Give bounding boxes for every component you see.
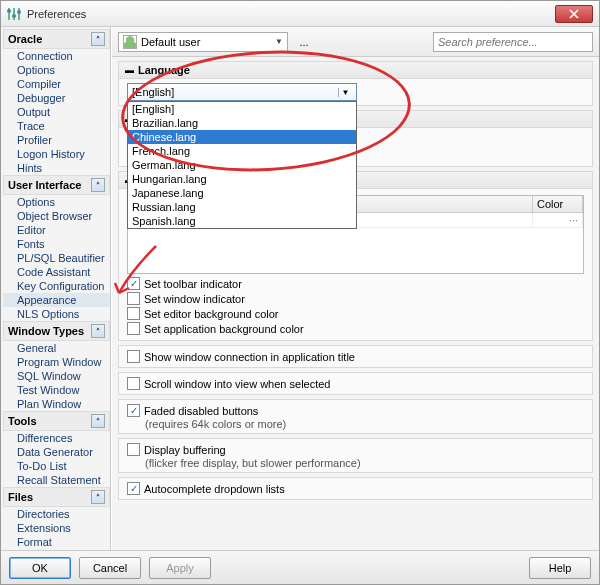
sidebar-item-options[interactable]: Options [3,195,110,209]
sidebar-item-sql-window[interactable]: SQL Window [3,369,110,383]
misc-option[interactable]: ✓Faded disabled buttons [127,403,584,418]
misc-section: ✓Faded disabled buttons(requires 64k col… [118,399,593,434]
more-button[interactable]: ... [294,35,314,49]
checkbox-label: Show window connection in application ti… [144,351,355,363]
sidebar-item-logon-history[interactable]: Logon History [3,147,110,161]
sidebar-item-key-configuration[interactable]: Key Configuration [3,279,110,293]
content-area[interactable]: ▬ Language [English] ▼ [English]Brazilia… [112,57,599,550]
sidebar-group-files[interactable]: Files˄ [3,487,110,507]
sidebar-item-code-assistant[interactable]: Code Assistant [3,265,110,279]
sidebar-item-trace[interactable]: Trace [3,119,110,133]
search-input[interactable] [433,32,593,52]
titlebar: Preferences [1,1,599,27]
checkbox-label: Set editor background color [144,308,279,320]
connection-indicator-option[interactable]: Set application background color [127,321,584,336]
sidebar-item-recall-statement[interactable]: Recall Statement [3,473,110,487]
language-section: ▬ Language [English] ▼ [English]Brazilia… [118,61,593,106]
collapse-icon[interactable]: ˄ [91,178,105,192]
language-dropdown-list: [English]Brazilian.langChinese.langFrenc… [127,101,357,229]
language-option[interactable]: French.lang [128,144,356,158]
ok-button[interactable]: OK [9,557,71,579]
sidebar-item-pl-sql-beautifier[interactable]: PL/SQL Beautifier [3,251,110,265]
language-option[interactable]: Hungarian.lang [128,172,356,186]
sidebar-item-test-window[interactable]: Test Window [3,383,110,397]
sidebar-item-debugger[interactable]: Debugger [3,91,110,105]
language-option[interactable]: Brazilian.lang [128,116,356,130]
collapse-icon[interactable]: ▬ [125,66,134,75]
sidebar-item-data-generator[interactable]: Data Generator [3,445,110,459]
misc-section: Show window connection in application ti… [118,345,593,368]
color-cell[interactable]: ··· [533,213,583,227]
misc-option[interactable]: Display buffering [127,442,584,457]
option-subtext: (requires 64k colors or more) [127,418,584,430]
sidebar-item-editor[interactable]: Editor [3,223,110,237]
sidebar-item-backup[interactable]: Backup [3,549,110,550]
checkbox-label: Set window indicator [144,293,245,305]
window-title: Preferences [27,8,555,20]
sidebar-item-hints[interactable]: Hints [3,161,110,175]
cancel-button[interactable]: Cancel [79,557,141,579]
collapse-icon[interactable]: ˄ [91,490,105,504]
sidebar-item-options[interactable]: Options [3,63,110,77]
sidebar-group-window-types[interactable]: Window Types˄ [3,321,110,341]
collapse-icon[interactable]: ˄ [91,414,105,428]
language-selected: [English] [132,86,174,98]
close-button[interactable] [555,5,593,23]
checkbox[interactable] [127,350,140,363]
language-option[interactable]: Russian.lang [128,200,356,214]
sidebar-item-profiler[interactable]: Profiler [3,133,110,147]
sidebar-group-oracle[interactable]: Oracle˄ [3,29,110,49]
sidebar-item-differences[interactable]: Differences [3,431,110,445]
connection-indicator-option[interactable]: ✓Set toolbar indicator [127,276,584,291]
sidebar-item-output[interactable]: Output [3,105,110,119]
sidebar-item-nls-options[interactable]: NLS Options [3,307,110,321]
language-option[interactable]: Spanish.lang [128,214,356,228]
main-panel: Default user ▼ ... ▬ Language [111,27,599,550]
language-combo[interactable]: [English] ▼ [English]Brazilian.langChine… [127,83,357,101]
user-dropdown[interactable]: Default user ▼ [118,32,288,52]
collapse-icon[interactable]: ˄ [91,324,105,338]
checkbox[interactable] [127,307,140,320]
sidebar-item-directories[interactable]: Directories [3,507,110,521]
language-option[interactable]: Chinese.lang [128,130,356,144]
sidebar-item-compiler[interactable]: Compiler [3,77,110,91]
sidebar-item-appearance[interactable]: Appearance [3,293,110,307]
checkbox[interactable]: ✓ [127,277,140,290]
misc-option[interactable]: ✓Autocomplete dropdown lists [127,481,584,496]
sidebar-item-to-do-list[interactable]: To-Do List [3,459,110,473]
misc-option[interactable]: Show window connection in application ti… [127,349,584,364]
preferences-window: Preferences Oracle˄ConnectionOptionsComp… [0,0,600,585]
checkbox-label: Faded disabled buttons [144,405,258,417]
checkbox[interactable] [127,377,140,390]
misc-option[interactable]: Scroll window into view when selected [127,376,584,391]
checkbox-label: Set toolbar indicator [144,278,242,290]
checkbox[interactable] [127,292,140,305]
checkbox[interactable]: ✓ [127,482,140,495]
language-option[interactable]: German.lang [128,158,356,172]
sidebar-item-connection[interactable]: Connection [3,49,110,63]
language-option[interactable]: Japanese.lang [128,186,356,200]
user-icon [123,35,137,49]
sidebar-item-fonts[interactable]: Fonts [3,237,110,251]
sidebar-item-plan-window[interactable]: Plan Window [3,397,110,411]
sidebar-item-general[interactable]: General [3,341,110,355]
sidebar-item-program-window[interactable]: Program Window [3,355,110,369]
collapse-icon[interactable]: ˄ [91,32,105,46]
checkbox[interactable] [127,322,140,335]
sidebar-item-format[interactable]: Format [3,535,110,549]
language-option[interactable]: [English] [128,102,356,116]
apply-button[interactable]: Apply [149,557,211,579]
help-button[interactable]: Help [529,557,591,579]
sidebar[interactable]: Oracle˄ConnectionOptionsCompilerDebugger… [1,27,111,550]
sidebar-group-user-interface[interactable]: User Interface˄ [3,175,110,195]
connection-indicator-option[interactable]: Set window indicator [127,291,584,306]
sidebar-group-tools[interactable]: Tools˄ [3,411,110,431]
sidebar-item-extensions[interactable]: Extensions [3,521,110,535]
toolbar: Default user ▼ ... [112,27,599,57]
checkbox[interactable]: ✓ [127,404,140,417]
sidebar-item-object-browser[interactable]: Object Browser [3,209,110,223]
svg-point-4 [12,14,16,18]
checkbox[interactable] [127,443,140,456]
connection-indicator-option[interactable]: Set editor background color [127,306,584,321]
checkbox-label: Scroll window into view when selected [144,378,330,390]
